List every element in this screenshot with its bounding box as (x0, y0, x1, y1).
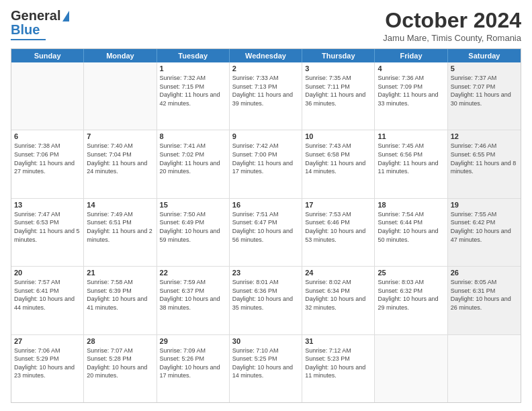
day-header-thursday: Thursday (302, 49, 375, 62)
day-number: 9 (232, 132, 299, 140)
daylight-text: Daylight: 11 hours and 20 minutes. (160, 159, 226, 176)
day-cell-20: 20Sunrise: 7:57 AMSunset: 6:41 PMDayligh… (11, 267, 84, 334)
day-number: 27 (14, 337, 81, 345)
sunrise-text: Sunrise: 7:55 AM (451, 210, 518, 219)
sunset-text: Sunset: 6:32 PM (378, 287, 444, 295)
sunset-text: Sunset: 7:07 PM (451, 83, 518, 91)
daylight-text: Daylight: 10 hours and 23 minutes. (14, 363, 81, 380)
day-cell-15: 15Sunrise: 7:50 AMSunset: 6:49 PMDayligh… (157, 199, 230, 266)
sunrise-text: Sunrise: 7:45 AM (378, 142, 444, 150)
daylight-text: Daylight: 10 hours and 20 minutes. (87, 363, 153, 380)
sunrise-text: Sunrise: 7:12 AM (305, 347, 371, 355)
sunset-text: Sunset: 6:58 PM (305, 150, 371, 159)
sunset-text: Sunset: 6:53 PM (14, 218, 81, 227)
sunset-text: Sunset: 6:46 PM (305, 218, 371, 227)
sunset-text: Sunset: 6:37 PM (160, 287, 226, 295)
sunrise-text: Sunrise: 7:32 AM (160, 74, 226, 83)
page: General Blue October 2024 Jamu Mare, Tim… (0, 0, 532, 411)
day-header-friday: Friday (375, 49, 447, 62)
day-cell-6: 6Sunrise: 7:38 AMSunset: 7:06 PMDaylight… (11, 130, 84, 197)
daylight-text: Daylight: 10 hours and 56 minutes. (232, 227, 299, 244)
day-number: 8 (160, 132, 226, 140)
title-block: October 2024 Jamu Mare, Timis County, Ro… (383, 8, 521, 43)
day-number: 29 (160, 337, 226, 345)
day-cell-27: 27Sunrise: 7:06 AMSunset: 5:29 PMDayligh… (11, 335, 84, 402)
day-cell-13: 13Sunrise: 7:47 AMSunset: 6:53 PMDayligh… (11, 199, 84, 266)
sunset-text: Sunset: 6:41 PM (14, 287, 81, 295)
sunrise-text: Sunrise: 7:46 AM (451, 142, 518, 150)
week-row-3: 13Sunrise: 7:47 AMSunset: 6:53 PMDayligh… (11, 199, 521, 267)
day-number: 14 (87, 201, 153, 209)
day-number: 17 (305, 201, 371, 209)
daylight-text: Daylight: 11 hours and 8 minutes. (451, 159, 518, 176)
sunrise-text: Sunrise: 7:41 AM (160, 142, 226, 150)
header: General Blue October 2024 Jamu Mare, Tim… (11, 8, 521, 43)
calendar-header: SundayMondayTuesdayWednesdayThursdayFrid… (11, 49, 521, 62)
day-cell-19: 19Sunrise: 7:55 AMSunset: 6:42 PMDayligh… (448, 199, 521, 266)
day-header-monday: Monday (84, 49, 157, 62)
day-number: 25 (378, 269, 444, 277)
day-number: 28 (87, 337, 153, 345)
day-number: 4 (378, 64, 444, 73)
day-number: 7 (87, 132, 153, 140)
calendar: SundayMondayTuesdayWednesdayThursdayFrid… (11, 48, 521, 403)
sunrise-text: Sunrise: 7:42 AM (232, 142, 299, 150)
day-number: 18 (378, 201, 444, 209)
logo-general: General (11, 8, 60, 24)
sunset-text: Sunset: 7:15 PM (160, 83, 226, 91)
sunset-text: Sunset: 5:23 PM (305, 355, 371, 363)
sunset-text: Sunset: 6:31 PM (451, 287, 518, 295)
day-number: 21 (87, 269, 153, 277)
day-number: 26 (451, 269, 518, 277)
sunrise-text: Sunrise: 7:06 AM (14, 347, 81, 355)
daylight-text: Daylight: 11 hours and 14 minutes. (305, 159, 371, 176)
daylight-text: Daylight: 10 hours and 53 minutes. (305, 227, 371, 244)
sunrise-text: Sunrise: 7:59 AM (160, 278, 226, 287)
sunset-text: Sunset: 6:44 PM (378, 218, 444, 227)
sunrise-text: Sunrise: 7:53 AM (305, 210, 371, 219)
day-cell-31: 31Sunrise: 7:12 AMSunset: 5:23 PMDayligh… (302, 335, 375, 402)
day-cell-21: 21Sunrise: 7:58 AMSunset: 6:39 PMDayligh… (84, 267, 157, 334)
day-number: 16 (232, 201, 299, 209)
daylight-text: Daylight: 11 hours and 42 minutes. (160, 91, 226, 107)
sunrise-text: Sunrise: 7:10 AM (232, 347, 299, 355)
day-cell-12: 12Sunrise: 7:46 AMSunset: 6:55 PMDayligh… (448, 130, 521, 197)
sunrise-text: Sunrise: 7:58 AM (87, 278, 153, 287)
month-title: October 2024 (383, 8, 521, 33)
day-cell-30: 30Sunrise: 7:10 AMSunset: 5:25 PMDayligh… (230, 335, 302, 402)
day-cell-18: 18Sunrise: 7:54 AMSunset: 6:44 PMDayligh… (375, 199, 447, 266)
sunrise-text: Sunrise: 7:07 AM (87, 347, 153, 355)
day-cell-3: 3Sunrise: 7:35 AMSunset: 7:11 PMDaylight… (302, 62, 375, 130)
day-number: 20 (14, 269, 81, 277)
sunrise-text: Sunrise: 7:38 AM (14, 142, 81, 150)
empty-cell (375, 335, 447, 402)
sunset-text: Sunset: 7:11 PM (305, 83, 371, 91)
location-subtitle: Jamu Mare, Timis County, Romania (383, 33, 521, 43)
sunset-text: Sunset: 6:51 PM (87, 218, 153, 227)
logo-triangle-icon (62, 11, 69, 21)
day-number: 5 (451, 64, 518, 73)
sunset-text: Sunset: 5:29 PM (14, 355, 81, 363)
daylight-text: Daylight: 10 hours and 59 minutes. (160, 227, 226, 244)
day-number: 12 (451, 132, 518, 140)
day-cell-7: 7Sunrise: 7:40 AMSunset: 7:04 PMDaylight… (84, 130, 157, 197)
daylight-text: Daylight: 10 hours and 41 minutes. (87, 295, 153, 312)
logo-blue: Blue (11, 22, 40, 38)
sunset-text: Sunset: 7:00 PM (232, 150, 299, 159)
daylight-text: Daylight: 11 hours and 17 minutes. (232, 159, 299, 176)
day-number: 30 (232, 337, 299, 345)
week-row-5: 27Sunrise: 7:06 AMSunset: 5:29 PMDayligh… (11, 335, 521, 402)
logo-underline (11, 39, 46, 40)
daylight-text: Daylight: 10 hours and 38 minutes. (160, 295, 226, 312)
week-row-1: 1Sunrise: 7:32 AMSunset: 7:15 PMDaylight… (11, 62, 521, 130)
sunrise-text: Sunrise: 7:51 AM (232, 210, 299, 219)
daylight-text: Daylight: 11 hours and 24 minutes. (87, 159, 153, 176)
day-cell-1: 1Sunrise: 7:32 AMSunset: 7:15 PMDaylight… (157, 62, 230, 130)
sunrise-text: Sunrise: 7:47 AM (14, 210, 81, 219)
sunset-text: Sunset: 7:06 PM (14, 150, 81, 159)
day-cell-8: 8Sunrise: 7:41 AMSunset: 7:02 PMDaylight… (157, 130, 230, 197)
day-header-wednesday: Wednesday (230, 49, 302, 62)
daylight-text: Daylight: 11 hours and 2 minutes. (87, 227, 153, 244)
sunrise-text: Sunrise: 8:01 AM (232, 278, 299, 287)
sunrise-text: Sunrise: 7:09 AM (160, 347, 226, 355)
